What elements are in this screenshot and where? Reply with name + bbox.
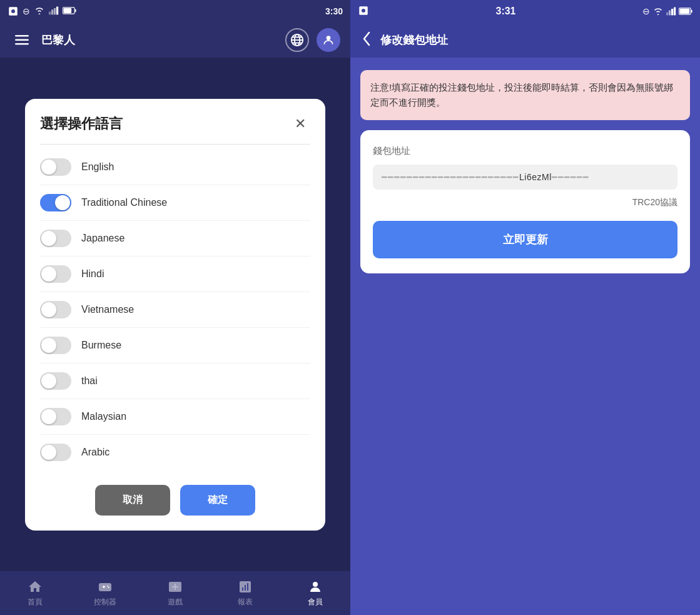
svg-point-17: [327, 36, 331, 40]
right-status-left: [358, 5, 369, 18]
language-item-traditional-chinese[interactable]: Traditional Chinese: [40, 185, 310, 221]
wallet-address-partial: Li6ezMl: [519, 172, 552, 182]
hamburger-button[interactable]: [10, 28, 34, 52]
wifi-icon: [34, 6, 45, 17]
right-signal-icon: [666, 7, 676, 16]
home-icon: [28, 579, 43, 594]
close-button[interactable]: ✕: [290, 114, 310, 134]
member-icon: [308, 579, 323, 594]
svg-rect-27: [247, 583, 248, 591]
left-main-content: 選擇操作語言 ✕ English: [0, 58, 350, 571]
svg-point-22: [108, 587, 109, 588]
svg-rect-34: [674, 8, 676, 16]
toggle-traditional-chinese[interactable]: [40, 194, 71, 211]
toggle-arabic[interactable]: [40, 444, 71, 461]
language-item-english[interactable]: English: [40, 150, 310, 185]
language-item-malaysian[interactable]: Malaysian: [40, 399, 310, 435]
language-label-traditional-chinese: Traditional Chinese: [81, 197, 310, 208]
toggle-english[interactable]: [40, 158, 71, 176]
toggle-knob-thai: [41, 374, 56, 389]
language-list: English Traditional Chinese: [40, 150, 310, 470]
wallet-card: 錢包地址 ━━━━━━━━━━━━━━━━━━━━━━Li6ezMl━━━━━━…: [360, 130, 690, 273]
update-button[interactable]: 立即更新: [373, 221, 677, 258]
svg-point-30: [362, 9, 365, 13]
toggle-hindi[interactable]: [40, 265, 71, 283]
toggle-knob-burmese: [41, 338, 56, 353]
right-status-icons: ⊖: [642, 6, 692, 16]
app-title: 巴黎人: [41, 33, 75, 48]
svg-rect-10: [15, 39, 29, 41]
svg-point-21: [107, 586, 108, 587]
svg-rect-3: [51, 9, 53, 14]
back-button[interactable]: [360, 30, 373, 51]
svg-rect-26: [245, 585, 246, 591]
photo-icon-right: [358, 5, 369, 16]
wallet-address[interactable]: ━━━━━━━━━━━━━━━━━━━━━━Li6ezMl━━━━━━: [373, 165, 677, 190]
warning-text: 注意!填寫正確的投注錢包地址，投注後能即時結算，否則會因為無賬號綁定而不進行開獎…: [370, 82, 673, 108]
nav-label-controller: 控制器: [94, 597, 116, 607]
left-panel: ⊖ 3:30 巴黎人: [0, 0, 350, 615]
nav-item-games[interactable]: 遊戲: [140, 579, 210, 607]
toggle-vietnamese[interactable]: [40, 301, 71, 318]
language-label-vietnamese: Vietnamese: [81, 304, 310, 315]
nav-item-home[interactable]: 首頁: [0, 579, 70, 607]
right-top-bar: 修改錢包地址: [350, 23, 700, 58]
svg-rect-11: [15, 43, 29, 45]
page-title: 修改錢包地址: [380, 33, 448, 48]
reports-icon: [238, 579, 253, 594]
right-battery-icon: [679, 8, 692, 15]
toggle-knob-traditional-chinese: [55, 195, 70, 210]
language-dialog: 選擇操作語言 ✕ English: [25, 99, 325, 531]
nav-right: [285, 28, 340, 52]
minus-icon: ⊖: [23, 6, 30, 16]
language-item-burmese[interactable]: Burmese: [40, 328, 310, 363]
left-time: 3:30: [325, 6, 343, 16]
right-status-bar: 3:31 ⊖: [350, 0, 700, 23]
wallet-label: 錢包地址: [373, 145, 677, 157]
language-item-japanese[interactable]: Japanese: [40, 221, 310, 257]
confirm-button[interactable]: 確定: [180, 485, 255, 516]
svg-point-28: [313, 582, 318, 587]
nav-label-reports: 報表: [238, 597, 253, 607]
language-label-arabic: Arabic: [81, 447, 310, 458]
language-label-thai: thai: [81, 375, 310, 387]
language-item-arabic[interactable]: Arabic: [40, 435, 310, 470]
svg-rect-4: [54, 8, 56, 14]
wallet-protocol: TRC20協議: [373, 197, 677, 208]
svg-point-1: [11, 9, 15, 13]
toggle-burmese[interactable]: [40, 337, 71, 354]
toggle-knob-arabic: [41, 445, 56, 460]
toggle-malaysian[interactable]: [40, 408, 71, 425]
profile-button[interactable]: [317, 28, 340, 52]
svg-rect-9: [15, 35, 29, 37]
svg-rect-33: [671, 9, 673, 15]
dialog-header: 選擇操作語言 ✕: [40, 114, 310, 134]
globe-button[interactable]: [285, 28, 309, 52]
right-time: 3:31: [495, 6, 515, 17]
language-label-japanese: Japanese: [81, 233, 310, 244]
language-label-hindi: Hindi: [81, 268, 310, 280]
right-wifi-icon: [652, 7, 664, 16]
language-item-thai[interactable]: thai: [40, 363, 310, 399]
wallet-address-end: ━━━━━━: [552, 172, 589, 182]
nav-label-home: 首頁: [28, 597, 43, 607]
nav-item-reports[interactable]: 報表: [210, 579, 280, 607]
nav-item-controller[interactable]: 控制器: [70, 579, 140, 607]
nav-label-member: 會員: [308, 597, 323, 607]
cancel-button[interactable]: 取消: [95, 485, 170, 516]
nav-item-member[interactable]: 會員: [280, 579, 350, 607]
warning-box: 注意!填寫正確的投注錢包地址，投注後能即時結算，否則會因為無賬號綁定而不進行開獎…: [360, 70, 690, 120]
left-status-bar: ⊖ 3:30: [0, 0, 350, 23]
dialog-overlay[interactable]: 選擇操作語言 ✕ English: [0, 58, 350, 571]
toggle-thai[interactable]: [40, 372, 71, 390]
toggle-knob-japanese: [41, 231, 56, 246]
toggle-knob-vietnamese: [41, 302, 56, 317]
svg-rect-5: [56, 6, 58, 14]
language-item-vietnamese[interactable]: Vietnamese: [40, 292, 310, 328]
bottom-nav: 首頁 控制器 遊戲 報表 會員: [0, 571, 350, 615]
signal-icon: [49, 6, 59, 17]
svg-rect-32: [669, 10, 671, 15]
language-item-hindi[interactable]: Hindi: [40, 257, 310, 292]
toggle-japanese[interactable]: [40, 230, 71, 247]
dialog-divider: [40, 144, 310, 145]
